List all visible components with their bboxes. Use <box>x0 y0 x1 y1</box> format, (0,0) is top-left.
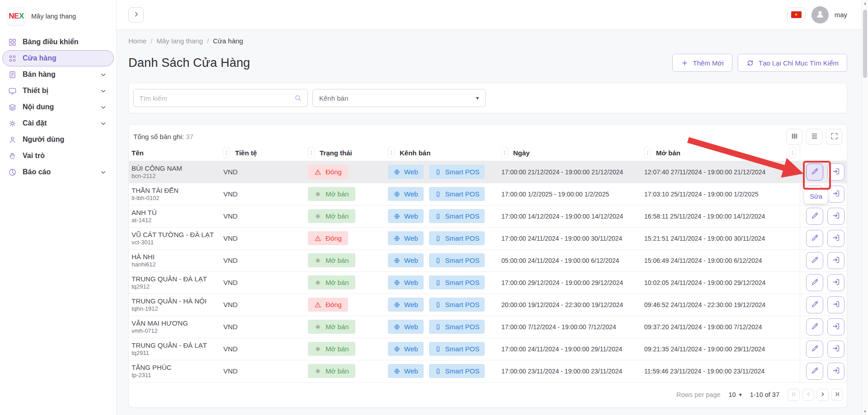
table-row[interactable]: TĂNG PHÚC tp-2311 VND Mở bán WebSmart PO… <box>129 360 847 382</box>
table-row[interactable]: HÀ NHI hanhi612 VND Mở bán WebSmart POS … <box>129 250 847 272</box>
store-name-cell: TRUNG QUÂN - HÀ NỘI tqhn-1912 <box>132 297 223 313</box>
column-drag-handle[interactable]: ⋮ <box>308 147 315 159</box>
sidebar-item-label: Cài đặt <box>23 119 47 127</box>
scroll-up-icon[interactable]: ▲ <box>863 1 867 5</box>
breadcrumb-link[interactable]: Mây lang thang <box>156 37 203 45</box>
store-table-card: Tổng số bản ghi: 37 Tên⋮Tiền tệ⋮Trạng th… <box>128 124 847 408</box>
first-page-icon <box>791 391 797 399</box>
add-new-button[interactable]: Thêm Mới <box>672 54 732 72</box>
page-scrollbar[interactable]: ▲ ▼ <box>862 0 868 415</box>
row-actions <box>800 250 847 271</box>
open-store-button[interactable] <box>827 318 844 336</box>
date-range: 17:00:00 29/12/2024 - 19:00:00 29/12/202… <box>501 279 644 286</box>
sidebar-item-device[interactable]: Thiết bị <box>2 83 114 99</box>
edit-button[interactable] <box>806 340 823 358</box>
avatar[interactable] <box>811 6 829 23</box>
channel-badge: Web <box>388 342 424 356</box>
open-store-button[interactable] <box>827 163 844 181</box>
open-store-button[interactable] <box>827 230 844 247</box>
sidebar-item-dashboard[interactable]: Bảng điều khiển <box>2 34 114 50</box>
table-row[interactable]: BÙI CÔNG NAM bcn-2112 VND Đóng WebSmart … <box>129 161 847 183</box>
table-row[interactable]: VĂN MAI HƯƠNG vmh-0712 VND Mở bán WebSma… <box>129 316 847 338</box>
open-store-button[interactable] <box>827 252 844 269</box>
username[interactable]: may <box>835 11 847 19</box>
date-range: 17:00:00 14/12/2024 - 19:00:00 14/12/202… <box>501 213 644 220</box>
currency-cell: VND <box>223 190 308 198</box>
total-records-value: 37 <box>186 133 193 140</box>
breadcrumb-link[interactable]: Home <box>128 37 146 45</box>
column-header: Tên <box>132 145 223 160</box>
sidebar-nav: Bảng điều khiển Cửa hàng Bán hàng Thiết … <box>0 34 116 180</box>
prev-page-button[interactable] <box>802 389 814 401</box>
currency-value: VND <box>223 168 238 176</box>
smartphone-icon <box>434 257 442 264</box>
table-row[interactable]: THẦN TÀI ĐẾN lt-lbh-0102 VND Mở bán WebS… <box>129 183 847 205</box>
list-view-button[interactable] <box>806 129 822 145</box>
enter-icon <box>832 211 840 221</box>
edit-button[interactable] <box>806 274 823 291</box>
last-page-button[interactable] <box>831 389 843 401</box>
channel-select[interactable]: Kênh bán ▾ <box>312 89 486 107</box>
sidebar-item-role[interactable]: Vai trò <box>2 148 114 164</box>
open-store-button[interactable] <box>827 186 844 203</box>
open-store-button[interactable] <box>827 363 844 380</box>
row-actions <box>800 205 847 227</box>
sidebar-item-store[interactable]: Cửa hàng <box>2 50 114 66</box>
column-view-button[interactable] <box>786 129 802 145</box>
open-store-button[interactable] <box>827 296 844 313</box>
chevron-down-icon <box>100 104 107 111</box>
column-drag-handle[interactable]: ⋮ <box>223 147 230 159</box>
channel-badge: Web <box>388 187 424 201</box>
chevron-down-icon: ▾ <box>739 392 742 398</box>
sidebar-item-label: Thiết bị <box>23 87 48 95</box>
sidebar-item-content[interactable]: Nội dung <box>2 99 114 115</box>
store-code: tq2911 <box>132 350 223 357</box>
sidebar-toggle-button[interactable] <box>128 7 144 23</box>
scrollbar-thumb[interactable] <box>863 10 867 78</box>
currency-value: VND <box>223 323 238 331</box>
next-page-button[interactable] <box>816 389 829 401</box>
open-store-button[interactable] <box>827 340 844 358</box>
table-row[interactable]: TRUNG QUÂN - HÀ NỘI tqhn-1912 VND Đóng W… <box>129 294 847 316</box>
edit-button[interactable] <box>806 230 823 247</box>
date-range: 17:00:00 7/12/2024 - 19:00:00 7/12/2024 <box>501 323 644 331</box>
scroll-down-icon[interactable]: ▼ <box>863 410 867 414</box>
column-drag-handle[interactable]: ⋮ <box>644 147 651 159</box>
table-row[interactable]: ANH TÚ at-1412 VND Mở bán WebSmart POS 1… <box>129 205 847 228</box>
sidebar-item-user[interactable]: Người dùng <box>2 131 114 148</box>
edit-button[interactable] <box>806 296 823 313</box>
rows-per-page-select[interactable]: 10 ▾ <box>729 391 742 398</box>
language-flag-button[interactable]: ★ <box>787 7 806 23</box>
edit-button[interactable] <box>806 252 823 269</box>
table-row[interactable]: VŨ CÁT TƯỜNG - ĐÀ LẠT vct-3011 VND Đóng … <box>129 228 847 250</box>
status-label: Mở bán <box>326 367 349 375</box>
edit-button[interactable] <box>806 163 823 181</box>
chevron-down-icon: ▾ <box>476 95 479 101</box>
column-drag-handle[interactable]: ⋮ <box>789 147 796 159</box>
table-row[interactable]: TRUNG QUÂN - ĐÀ LẠT tq2912 VND Mở bán We… <box>129 272 847 294</box>
fullscreen-button[interactable] <box>826 129 842 145</box>
brand-logo[interactable]: NEX <box>7 7 25 25</box>
column-drag-handle[interactable]: ⋮ <box>501 147 508 159</box>
first-page-button[interactable] <box>788 389 800 401</box>
sidebar-item-label: Người dùng <box>23 135 64 144</box>
channels-cell: WebSmart POS <box>388 187 501 201</box>
status-badge: Mở bán <box>308 187 355 201</box>
breadcrumb-current: Cửa hàng <box>213 37 243 45</box>
sidebar-item-settings[interactable]: Cài đặt <box>2 115 114 131</box>
edit-button[interactable] <box>806 208 823 225</box>
column-header: ⋮Kênh bán <box>388 145 501 160</box>
table-toolbar: Tổng số bản ghi: 37 <box>129 125 847 145</box>
open-store-button[interactable] <box>827 274 844 291</box>
table-row[interactable]: TRUNG QUÂN - ĐÀ LẠT tq2911 VND Mở bán We… <box>129 338 847 360</box>
column-drag-handle[interactable]: ⋮ <box>388 147 395 159</box>
edit-button[interactable] <box>806 363 823 380</box>
reindex-button[interactable]: Tạo Lại Chỉ Mục Tìm Kiếm <box>738 54 847 72</box>
sidebar-item-sales[interactable]: Bán hàng <box>2 66 114 83</box>
status-badge: Mở bán <box>308 364 355 378</box>
columns-icon <box>790 132 799 142</box>
sidebar-item-report[interactable]: Báo cáo <box>2 164 114 180</box>
search-input[interactable] <box>139 94 294 102</box>
open-store-button[interactable] <box>827 208 844 225</box>
edit-button[interactable] <box>806 318 823 336</box>
